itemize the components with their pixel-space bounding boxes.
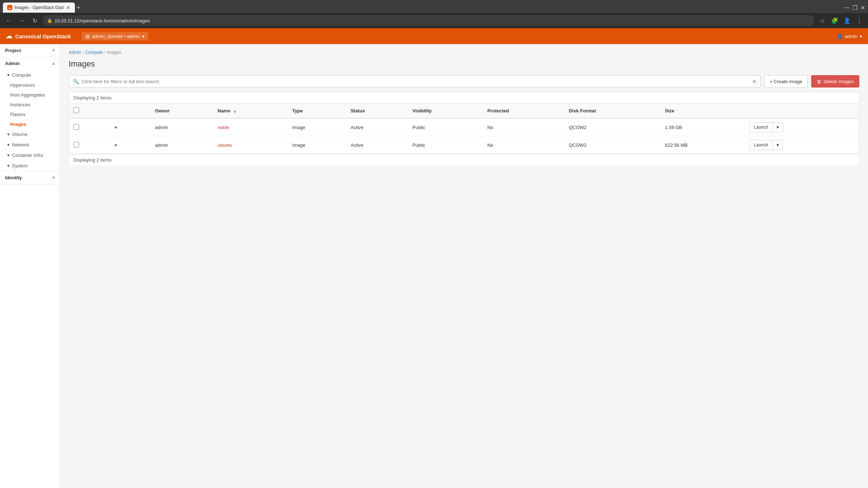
row-expand-button[interactable]: ► bbox=[112, 142, 120, 148]
close-window-button[interactable]: ✕ bbox=[860, 4, 865, 11]
th-size: Size bbox=[661, 104, 745, 119]
flavors-label: Flavors bbox=[10, 112, 26, 117]
th-checkbox[interactable] bbox=[69, 104, 109, 119]
domain-selector[interactable]: ▤ admin_domain • admin ▾ bbox=[82, 32, 148, 40]
delete-images-button[interactable]: 🗑 Delete Images bbox=[811, 75, 859, 87]
sidebar-identity-label: Identity bbox=[5, 175, 22, 180]
table-info-bottom: Displaying 2 items bbox=[69, 154, 859, 166]
sidebar-network-label: Network bbox=[12, 142, 29, 147]
th-owner[interactable]: Owner bbox=[151, 104, 213, 119]
sidebar-item-volume[interactable]: ▾ Volume bbox=[0, 129, 60, 140]
page-content: Admin / Compute / Images Images 🔍 ✕ + Cr… bbox=[60, 44, 868, 488]
sidebar-sub-item-images[interactable]: Images bbox=[0, 119, 60, 129]
page-title: Images bbox=[69, 59, 859, 69]
sidebar-project-header[interactable]: Project ▾ bbox=[0, 44, 60, 57]
launch-button[interactable]: Launch bbox=[749, 140, 773, 150]
owner-col-label: Owner bbox=[155, 108, 170, 114]
breadcrumb-sep-2: / bbox=[104, 50, 105, 55]
user-menu[interactable]: 👤 admin ▾ bbox=[837, 34, 862, 39]
profile-icon[interactable]: 👤 bbox=[842, 16, 852, 26]
launch-button[interactable]: Launch bbox=[749, 122, 773, 132]
row-owner: admin bbox=[151, 118, 213, 136]
compute-chevron-icon: ▾ bbox=[7, 72, 10, 78]
search-input[interactable] bbox=[82, 79, 752, 84]
image-name-link[interactable]: noble bbox=[218, 125, 229, 130]
row-protected: No bbox=[483, 136, 564, 154]
breadcrumb-admin[interactable]: Admin bbox=[69, 50, 81, 55]
sidebar-item-compute[interactable]: ▾ Compute bbox=[0, 70, 60, 80]
create-image-button[interactable]: + Create Image bbox=[764, 75, 808, 87]
row-name[interactable]: noble bbox=[213, 118, 288, 136]
row-name[interactable]: ubuntu bbox=[213, 136, 288, 154]
trash-icon: 🗑 bbox=[817, 79, 821, 84]
minimize-button[interactable]: — bbox=[844, 4, 850, 11]
admin-chevron-icon: ▴ bbox=[52, 61, 55, 66]
sidebar-section-identity: Identity ▾ bbox=[0, 171, 60, 184]
row-actions: Launch ▼ bbox=[745, 136, 859, 154]
sidebar-item-container-infra[interactable]: ▾ Container Infra bbox=[0, 150, 60, 160]
browser-window-controls: — ❐ ✕ bbox=[844, 4, 865, 11]
forward-button[interactable]: → bbox=[17, 16, 27, 26]
sidebar-admin-header[interactable]: Admin ▴ bbox=[0, 57, 60, 70]
security-icon: 🔒 bbox=[47, 18, 52, 23]
table-row: ► admin noble Image Active Public No QCO… bbox=[69, 118, 859, 136]
sidebar-compute-label: Compute bbox=[12, 72, 31, 78]
search-box[interactable]: 🔍 ✕ bbox=[69, 75, 761, 87]
row-checkbox-cell[interactable] bbox=[69, 118, 109, 136]
tab-title: Images - OpenStack Das! bbox=[14, 5, 64, 10]
name-col-label: Name bbox=[218, 108, 230, 114]
sidebar-section-project: Project ▾ bbox=[0, 44, 60, 57]
main-layout: Project ▾ Admin ▴ ▾ Compute Hypervisors bbox=[0, 44, 868, 488]
row-visibility: Public bbox=[408, 118, 483, 136]
launch-dropdown-button[interactable]: ▼ bbox=[773, 140, 783, 150]
tab-close-button[interactable]: ✕ bbox=[66, 5, 71, 10]
table-header-row: Owner Name ▲ Type Status V bbox=[69, 104, 859, 119]
browser-nav-icons: ☆ 🧩 👤 ⋮ bbox=[817, 16, 864, 26]
bookmark-icon[interactable]: ☆ bbox=[817, 16, 827, 26]
new-tab-button[interactable]: + bbox=[76, 4, 80, 12]
th-actions bbox=[745, 104, 859, 119]
address-bar[interactable]: 🔒 bbox=[43, 15, 814, 26]
sidebar-sub-item-host-aggregates[interactable]: Host Aggregates bbox=[0, 90, 60, 100]
back-button[interactable]: ← bbox=[4, 16, 14, 26]
maximize-button[interactable]: ❐ bbox=[852, 4, 858, 11]
instances-label: Instances bbox=[10, 102, 30, 107]
row-visibility: Public bbox=[408, 136, 483, 154]
row-expand-cell[interactable]: ► bbox=[108, 136, 151, 154]
search-clear-button[interactable]: ✕ bbox=[752, 78, 757, 85]
row-expand-button[interactable]: ► bbox=[112, 124, 120, 130]
sidebar-item-system[interactable]: ▾ System bbox=[0, 160, 60, 171]
brand: ☁ Canonical OpenStack bbox=[6, 32, 71, 40]
sidebar-project-label: Project bbox=[5, 48, 21, 53]
sidebar-identity-header[interactable]: Identity ▾ bbox=[0, 171, 60, 184]
th-protected: Protected bbox=[483, 104, 564, 119]
select-all-checkbox[interactable] bbox=[73, 107, 79, 113]
sidebar-sub-item-hypervisors[interactable]: Hypervisors bbox=[0, 80, 60, 90]
reload-button[interactable]: ↻ bbox=[30, 16, 40, 26]
sidebar-sub-item-flavors[interactable]: Flavors bbox=[0, 110, 60, 119]
browser-active-tab[interactable]: ☁ Images - OpenStack Das! ✕ bbox=[3, 3, 75, 13]
sidebar-item-network[interactable]: ▾ Network bbox=[0, 140, 60, 150]
extensions-icon[interactable]: 🧩 bbox=[830, 16, 840, 26]
launch-dropdown-button[interactable]: ▼ bbox=[773, 122, 783, 132]
table-row: ► admin ubuntu Image Active Public No QC… bbox=[69, 136, 859, 154]
volume-chevron-icon: ▾ bbox=[7, 132, 10, 137]
row-checkbox-cell[interactable] bbox=[69, 136, 109, 154]
disk-format-col-label: Disk Format bbox=[569, 108, 596, 114]
url-input[interactable] bbox=[55, 18, 810, 23]
th-name[interactable]: Name ▲ bbox=[213, 104, 288, 119]
sidebar-sub-item-instances[interactable]: Instances bbox=[0, 100, 60, 110]
domain-chevron-icon: ▾ bbox=[142, 34, 145, 39]
row-checkbox[interactable] bbox=[73, 142, 79, 147]
browser-tab-bar: ☁ Images - OpenStack Das! ✕ + — ❐ ✕ bbox=[0, 0, 868, 13]
breadcrumb-compute[interactable]: Compute bbox=[85, 50, 103, 55]
menu-icon[interactable]: ⋮ bbox=[854, 16, 864, 26]
image-name-link[interactable]: ubuntu bbox=[218, 142, 232, 148]
row-size: 1.59 GB bbox=[661, 118, 745, 136]
browser-chrome: ☁ Images - OpenStack Das! ✕ + — ❐ ✕ ← → … bbox=[0, 0, 868, 28]
user-icon: 👤 bbox=[837, 34, 843, 39]
row-checkbox[interactable] bbox=[73, 124, 79, 130]
host-aggregates-label: Host Aggregates bbox=[10, 92, 45, 98]
row-expand-cell[interactable]: ► bbox=[108, 118, 151, 136]
domain-user-label: admin_domain • admin bbox=[92, 34, 140, 39]
